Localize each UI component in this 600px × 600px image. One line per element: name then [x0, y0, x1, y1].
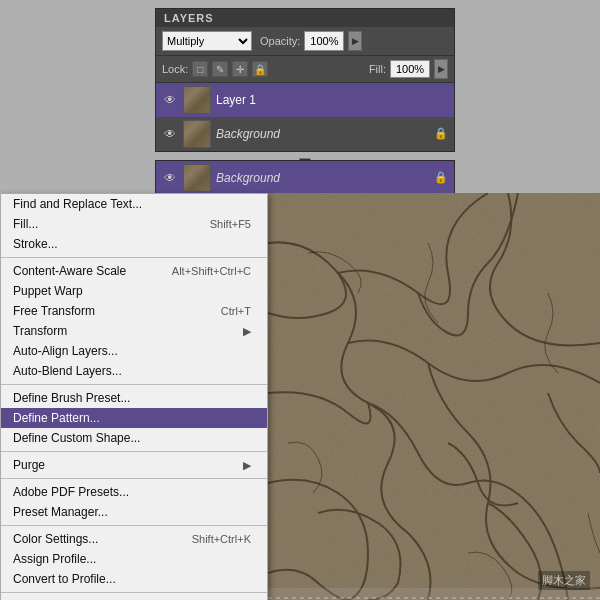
lock-position-icon[interactable]: ✛: [232, 61, 248, 77]
menu-item-free-transform[interactable]: Free TransformCtrl+T: [1, 301, 267, 321]
layer-row-background-2[interactable]: 👁 Background 🔒: [156, 161, 454, 195]
lock-transparent-icon[interactable]: □: [192, 61, 208, 77]
lock-image-icon[interactable]: ✎: [212, 61, 228, 77]
opacity-label: Opacity:: [260, 35, 300, 47]
menu-item-color-settings-[interactable]: Color Settings...Shift+Ctrl+K: [1, 529, 267, 549]
layers-panel: LAYERS Multiply Opacity: ▶ Lock: □ ✎ ✛ 🔒…: [155, 8, 455, 152]
menu-item-purge[interactable]: Purge▶: [1, 455, 267, 475]
layer-thumb-background-2: [183, 164, 211, 192]
opacity-arrow[interactable]: ▶: [348, 31, 362, 51]
menu-item-fill-[interactable]: Fill...Shift+F5: [1, 214, 267, 234]
menu-item-define-brush-preset-[interactable]: Define Brush Preset...: [1, 388, 267, 408]
layer-eye-background[interactable]: 👁: [162, 126, 178, 142]
layers-toolbar: Multiply Opacity: ▶: [156, 27, 454, 56]
menu-separator: [1, 592, 267, 593]
menu-item-convert-to-profile-[interactable]: Convert to Profile...: [1, 569, 267, 589]
menu-item-arrow-icon: ▶: [243, 325, 251, 338]
menu-item-define-pattern-[interactable]: Define Pattern...: [1, 408, 267, 428]
fill-arrow[interactable]: ▶: [434, 59, 448, 79]
layer-row-layer1[interactable]: 👁 Layer 1: [156, 83, 454, 117]
menu-separator: [1, 478, 267, 479]
menu-item-preset-manager-[interactable]: Preset Manager...: [1, 502, 267, 522]
context-menu: Find and Replace Text...Fill...Shift+F5S…: [0, 193, 268, 600]
menu-item-label: Fill...: [13, 217, 38, 231]
earth-texture: [268, 193, 600, 600]
menu-item-puppet-warp[interactable]: Puppet Warp: [1, 281, 267, 301]
menu-item-label: Assign Profile...: [13, 552, 96, 566]
menu-item-keyboard-shortcuts-[interactable]: Keyboard Shortcuts...Alt+Shift+Ctrl+K: [1, 596, 267, 600]
layer-thumb-background: [183, 120, 211, 148]
menu-item-shortcut: Shift+Ctrl+K: [192, 533, 251, 545]
layer-eye-layer1[interactable]: 👁: [162, 92, 178, 108]
menu-separator: [1, 257, 267, 258]
layer-eye-background-2[interactable]: 👁: [162, 170, 178, 186]
earth-svg: [268, 193, 600, 600]
menu-separator: [1, 384, 267, 385]
menu-item-label: Adobe PDF Presets...: [13, 485, 129, 499]
fill-input[interactable]: [390, 60, 430, 78]
fill-label: Fill:: [369, 63, 386, 75]
menu-item-content-aware-scale[interactable]: Content-Aware ScaleAlt+Shift+Ctrl+C: [1, 261, 267, 281]
menu-item-transform[interactable]: Transform▶: [1, 321, 267, 341]
menu-item-shortcut: Shift+F5: [210, 218, 251, 230]
blend-mode-select[interactable]: Multiply: [162, 31, 252, 51]
background-2-lock-icon: 🔒: [434, 171, 448, 185]
menu-item-label: Find and Replace Text...: [13, 197, 142, 211]
menu-separator: [1, 525, 267, 526]
layer-name-background-2: Background: [216, 171, 429, 185]
layer-name-background: Background: [216, 127, 429, 141]
background-lock-icon: 🔒: [434, 127, 448, 141]
opacity-input[interactable]: [304, 31, 344, 51]
menu-item-shortcut: Alt+Shift+Ctrl+C: [172, 265, 251, 277]
layers-lock-row: Lock: □ ✎ ✛ 🔒 Fill: ▶: [156, 56, 454, 83]
menu-item-label: Auto-Align Layers...: [13, 344, 118, 358]
lock-label: Lock:: [162, 63, 188, 75]
menu-item-label: Define Pattern...: [13, 411, 100, 425]
layers-panel-2: 👁 Background 🔒: [155, 160, 455, 196]
layer-row-background[interactable]: 👁 Background 🔒: [156, 117, 454, 151]
menu-item-label: Auto-Blend Layers...: [13, 364, 122, 378]
menu-item-label: Transform: [13, 324, 67, 338]
menu-item-label: Color Settings...: [13, 532, 98, 546]
menu-item-stroke-[interactable]: Stroke...: [1, 234, 267, 254]
menu-item-label: Stroke...: [13, 237, 58, 251]
menu-item-adobe-pdf-presets-[interactable]: Adobe PDF Presets...: [1, 482, 267, 502]
menu-item-label: Free Transform: [13, 304, 95, 318]
menu-item-shortcut: Ctrl+T: [221, 305, 251, 317]
menu-separator: [1, 451, 267, 452]
menu-item-auto-align-layers-[interactable]: Auto-Align Layers...: [1, 341, 267, 361]
menu-item-label: Convert to Profile...: [13, 572, 116, 586]
menu-item-label: Define Custom Shape...: [13, 431, 140, 445]
menu-item-label: Preset Manager...: [13, 505, 108, 519]
menu-item-label: Purge: [13, 458, 45, 472]
svg-rect-3: [268, 193, 600, 600]
menu-item-assign-profile-[interactable]: Assign Profile...: [1, 549, 267, 569]
menu-item-label: Puppet Warp: [13, 284, 83, 298]
menu-item-label: Define Brush Preset...: [13, 391, 130, 405]
watermark: 脚木之家: [538, 571, 590, 590]
layer-thumb-layer1: [183, 86, 211, 114]
menu-item-define-custom-shape-[interactable]: Define Custom Shape...: [1, 428, 267, 448]
layer-name-layer1: Layer 1: [216, 93, 448, 107]
menu-item-label: Content-Aware Scale: [13, 264, 126, 278]
menu-item-auto-blend-layers-[interactable]: Auto-Blend Layers...: [1, 361, 267, 381]
layers-panel-title: LAYERS: [156, 9, 454, 27]
menu-item-find-and-replace-text-[interactable]: Find and Replace Text...: [1, 194, 267, 214]
menu-item-arrow-icon: ▶: [243, 459, 251, 472]
lock-all-icon[interactable]: 🔒: [252, 61, 268, 77]
